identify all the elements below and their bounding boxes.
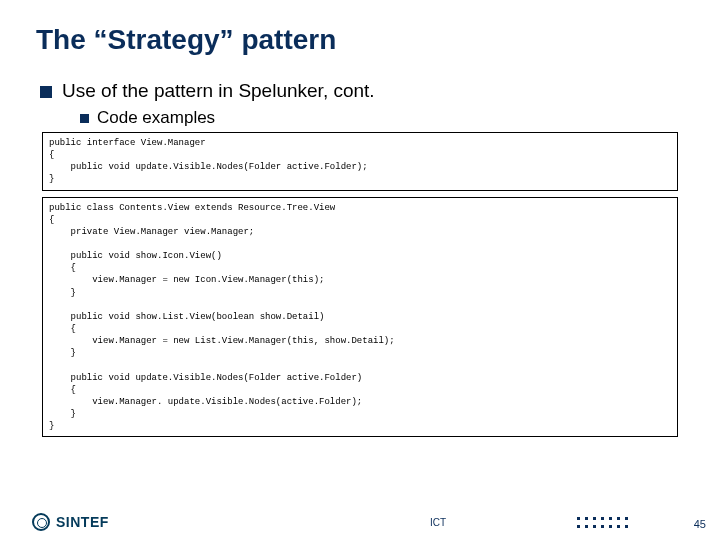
dots-decoration-icon xyxy=(577,517,630,530)
logo-ring-icon xyxy=(32,513,50,531)
logo-text: SINTEF xyxy=(56,514,109,530)
bullet-level1: Use of the pattern in Spelunker, cont. xyxy=(40,80,684,102)
bullet-level2: Code examples xyxy=(80,108,684,128)
code-block-2: public class Contents.View extends Resou… xyxy=(42,197,678,438)
slide-title: The “Strategy” pattern xyxy=(36,24,684,56)
footer-label: ICT xyxy=(430,517,446,528)
bullet2-text: Code examples xyxy=(97,108,215,128)
page-number: 45 xyxy=(694,518,706,530)
bullet1-text: Use of the pattern in Spelunker, cont. xyxy=(62,80,375,102)
bullet-square-icon xyxy=(40,86,52,98)
sintef-logo: SINTEF xyxy=(32,513,109,531)
bullet-square-icon xyxy=(80,114,89,123)
slide-footer: SINTEF ICT 45 xyxy=(0,504,720,540)
code-block-1: public interface View.Manager { public v… xyxy=(42,132,678,191)
